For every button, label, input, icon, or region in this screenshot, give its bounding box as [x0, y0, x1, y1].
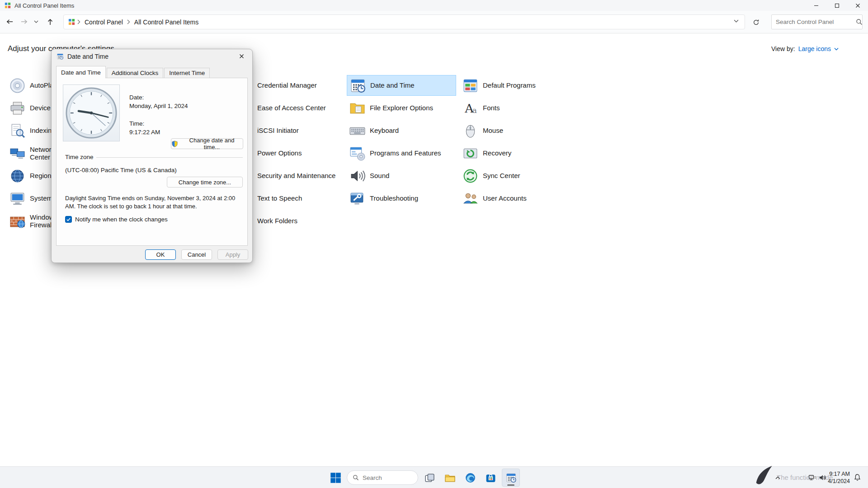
breadcrumb-chevron-icon[interactable] — [77, 19, 80, 24]
change-time-zone-button[interactable]: Change time zone... — [167, 177, 243, 188]
network-tray-icon[interactable] — [808, 474, 816, 481]
breadcrumb-chevron-icon[interactable] — [127, 19, 130, 24]
cp-item-label: Text to Speech — [257, 194, 302, 202]
change-date-time-button[interactable]: Change date and time... — [171, 138, 243, 149]
cp-item-sound[interactable]: Sound — [347, 165, 392, 186]
forward-button[interactable] — [17, 15, 31, 28]
cancel-button[interactable]: Cancel — [181, 249, 212, 260]
cp-item-user-accounts[interactable]: User Accounts — [460, 188, 529, 209]
minimize-button[interactable] — [806, 0, 826, 11]
cp-item-label: File Explorer Options — [370, 104, 433, 112]
check-icon — [66, 217, 71, 222]
cp-item-label: Date and Time — [370, 81, 415, 89]
search-icon — [856, 19, 863, 25]
file-explorer-options-icon — [349, 100, 366, 117]
date-time-icon — [349, 77, 366, 94]
recent-locations-chevron-icon[interactable] — [32, 15, 41, 28]
cp-item-label: Credential Manager — [257, 81, 317, 89]
tab-additional-clocks[interactable]: Additional Clocks — [107, 68, 164, 78]
store-taskbar-icon[interactable] — [481, 469, 500, 487]
apply-label: Apply — [226, 251, 241, 258]
change-date-time-label: Change date and time... — [181, 137, 243, 150]
navigation-bar: Control PanelAll Control Panel Items — [0, 11, 868, 33]
cp-item-mouse[interactable]: Mouse — [460, 120, 505, 141]
date-time-dialog: Date and Time Date and TimeAdditional Cl… — [51, 49, 253, 263]
taskbar-search-input[interactable] — [363, 474, 408, 481]
cp-item-date-and-time[interactable]: Date and Time — [347, 75, 456, 96]
cp-item-default-programs[interactable]: Default Programs — [460, 75, 538, 96]
start-button[interactable] — [326, 469, 344, 487]
taskbar-search[interactable] — [347, 470, 418, 485]
region-icon — [9, 168, 26, 184]
edge-taskbar-icon[interactable] — [461, 469, 479, 487]
notification-bell-icon[interactable] — [854, 474, 861, 482]
back-button[interactable] — [3, 15, 16, 28]
ok-label: OK — [156, 251, 165, 258]
cp-item-system[interactable]: System — [7, 188, 55, 209]
cp-item-label: Mouse — [483, 127, 503, 134]
cp-item-sync-center[interactable]: Sync Center — [460, 165, 523, 186]
window-titlebar: All Control Panel Items — [0, 0, 868, 11]
date-time-tab-page: Date: Monday, April 1, 2024 Time: 9:17:2… — [56, 78, 248, 246]
refresh-button[interactable] — [750, 16, 762, 28]
tray-time: 9:17 AM — [826, 470, 850, 478]
cp-item-troubleshooting[interactable]: Troubleshooting — [347, 188, 420, 209]
cp-item-label: Work Folders — [257, 217, 297, 225]
recovery-icon — [462, 145, 479, 162]
cp-item-programs-and-features[interactable]: Programs and Features — [347, 143, 443, 164]
taskbar-center — [326, 469, 520, 487]
breadcrumb-segment-all-control-panel-items[interactable]: All Control Panel Items — [132, 17, 200, 28]
cp-item-label: Sync Center — [483, 172, 520, 179]
sound-icon — [349, 168, 366, 184]
hidden-icons-chevron-icon[interactable] — [772, 473, 783, 482]
address-bar[interactable]: Control PanelAll Control Panel Items — [63, 14, 745, 29]
date-time-taskbar-icon[interactable] — [502, 469, 520, 487]
time-zone-group-label: Time zone — [65, 154, 96, 160]
date-label: Date: — [129, 94, 144, 101]
cp-item-label: iSCSI Initiator — [257, 127, 299, 134]
mouse-icon — [462, 122, 479, 139]
notify-checkbox[interactable] — [65, 216, 72, 223]
breadcrumb-segment-control-panel[interactable]: Control Panel — [83, 17, 125, 28]
dialog-titlebar[interactable]: Date and Time — [52, 49, 252, 64]
search-input[interactable] — [776, 19, 856, 25]
cp-item-label: Programs and Features — [370, 149, 441, 157]
device-manager-icon — [9, 100, 26, 117]
tab-internet-time[interactable]: Internet Time — [164, 68, 210, 78]
cp-item-label: Default Programs — [483, 81, 536, 89]
tray-date: 4/1/2024 — [826, 478, 850, 485]
task-view-taskbar-icon[interactable] — [420, 469, 439, 487]
tray-clock[interactable]: 9:17 AM 4/1/2024 — [826, 470, 850, 485]
maximize-button[interactable] — [826, 0, 847, 11]
address-dropdown-chevron-icon[interactable] — [734, 19, 740, 24]
cp-item-fonts[interactable]: AaFonts — [460, 98, 502, 118]
apply-button[interactable]: Apply — [217, 249, 248, 260]
analog-clock — [63, 84, 120, 141]
control-panel-icon — [68, 19, 75, 25]
cp-item-label: Fonts — [483, 104, 500, 112]
window-title: All Control Panel Items — [14, 2, 74, 9]
notify-checkbox-row[interactable]: Notify me when the clock changes — [65, 216, 168, 223]
close-button[interactable] — [847, 0, 868, 11]
cancel-label: Cancel — [188, 251, 206, 258]
cp-item-label: Recovery — [483, 149, 511, 157]
control-panel-search[interactable] — [771, 14, 863, 29]
network-icon — [9, 145, 26, 162]
time-label: Time: — [129, 120, 144, 127]
default-programs-icon — [462, 77, 479, 94]
cp-item-file-explorer-options[interactable]: File Explorer Options — [347, 98, 435, 118]
cp-item-recovery[interactable]: Recovery — [460, 143, 514, 164]
taskbar-apps — [420, 469, 520, 487]
cp-item-label: Security and Maintenance — [257, 172, 335, 179]
cp-item-keyboard[interactable]: Keyboard — [347, 120, 401, 141]
cp-item-region[interactable]: Region — [7, 165, 54, 186]
taskbar: 9:17 AM 4/1/2024 — [0, 466, 868, 488]
tab-date-and-time[interactable]: Date and Time — [56, 66, 106, 78]
cp-item-label: Ease of Access Center — [257, 104, 326, 112]
up-button[interactable] — [43, 15, 57, 28]
ok-button[interactable]: OK — [145, 249, 176, 260]
volume-tray-icon[interactable] — [818, 474, 826, 481]
date-value: Monday, April 1, 2024 — [129, 103, 188, 109]
file-explorer-taskbar-icon[interactable] — [441, 469, 459, 487]
dialog-close-button[interactable] — [231, 50, 252, 63]
